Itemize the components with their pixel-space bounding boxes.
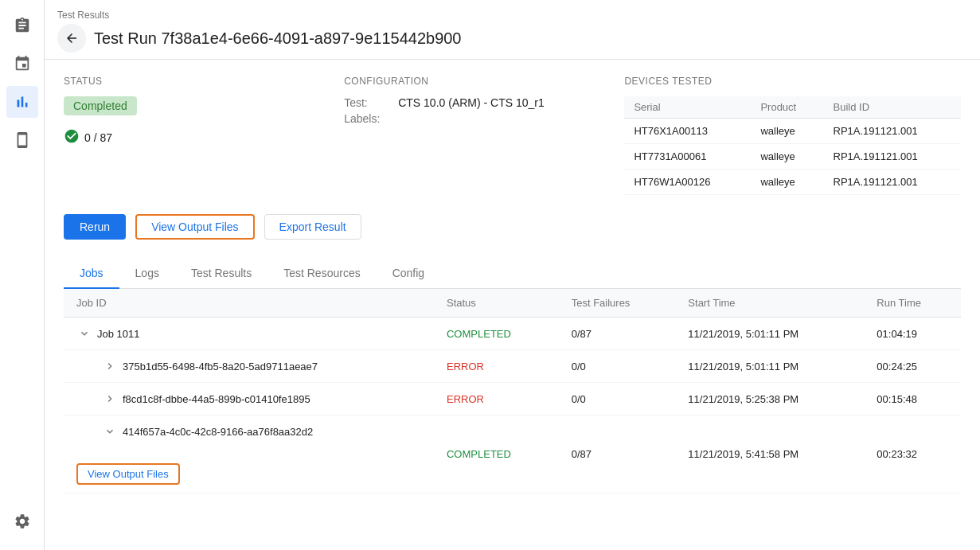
table-row: 414f657a-4c0c-42c8-9166-aa76f8aa32d2 Vie… [64,415,961,493]
inline-view-output-button[interactable]: View Output Files [76,463,180,485]
col-status: Status [434,289,559,318]
devices-table: Serial Product Build ID HT76X1A00113 wal… [624,96,961,195]
device-product: walleye [751,170,823,195]
job-test-failures: 0/87 [559,415,676,493]
table-row: Job 1011 COMPLETED 0/87 11/21/2019, 5:01… [64,318,961,350]
job-test-failures: 0/87 [559,318,676,350]
config-labels-key: Labels: [344,112,392,125]
sidebar-item-devices[interactable] [6,124,38,156]
breadcrumb: Test Results [57,10,961,21]
sidebar [0,0,45,550]
device-product: walleye [751,119,823,144]
config-test-value: CTS 10.0 (ARM) - CTS 10_r1 [398,96,545,109]
col-job-id: Job ID [64,289,434,318]
job-id-text: 375b1d55-6498-4fb5-8a20-5ad9711aeae7 [123,361,318,373]
status-badge: Completed [64,96,137,115]
action-buttons: Rerun View Output Files Export Result [64,214,961,240]
table-row: f8cd1c8f-dbbe-44a5-899b-c01410fe1895 ERR… [64,383,961,415]
devices-table-row: HT76X1A00113 walleye RP1A.191121.001 [624,119,961,144]
back-button[interactable] [57,24,86,53]
job-test-failures: 0/0 [559,350,676,383]
devices-col-serial: Serial [624,96,751,119]
devices-table-row: HT7731A00061 walleye RP1A.191121.001 [624,144,961,170]
device-product: walleye [751,144,823,170]
job-start-time: 11/21/2019, 5:25:38 PM [675,383,864,415]
export-result-button[interactable]: Export Result [264,214,361,240]
job-run-time: 00:24:25 [864,350,961,383]
config-test-key: Test: [344,96,392,109]
job-start-time: 11/21/2019, 5:01:11 PM [675,350,864,383]
job-test-failures: 0/0 [559,383,676,415]
jobs-table-container: Job ID Status Test Failures Start Time R… [64,289,961,493]
expand-button[interactable] [102,423,118,439]
tab-config[interactable]: Config [377,259,440,289]
devices-table-row: HT76W1A00126 walleye RP1A.191121.001 [624,170,961,195]
sidebar-item-analytics[interactable] [6,86,38,118]
job-status: COMPLETED [434,318,559,350]
tab-test-resources[interactable]: Test Resources [267,259,376,289]
tabs: JobsLogsTest ResultsTest ResourcesConfig [64,259,961,289]
job-id-cell: 375b1d55-6498-4fb5-8a20-5ad9711aeae7 [64,350,434,383]
page-title: Test Run 7f38a1e4-6e66-4091-a897-9e11544… [94,29,462,48]
device-build-id: RP1A.191121.001 [824,170,962,195]
sidebar-item-tasks[interactable] [6,10,38,41]
job-id-cell: 414f657a-4c0c-42c8-9166-aa76f8aa32d2 Vie… [64,415,434,493]
check-icon [64,128,80,146]
table-row: 375b1d55-6498-4fb5-8a20-5ad9711aeae7 ERR… [64,350,961,383]
jobs-table: Job ID Status Test Failures Start Time R… [64,289,961,493]
device-build-id: RP1A.191121.001 [824,119,962,144]
job-id-cell: f8cd1c8f-dbbe-44a5-899b-c01410fe1895 [64,383,434,415]
job-id-text: 414f657a-4c0c-42c8-9166-aa76f8aa32d2 [123,426,313,438]
job-status: COMPLETED [434,415,559,493]
tab-logs[interactable]: Logs [119,259,175,289]
col-run-time: Run Time [864,289,961,318]
col-test-failures: Test Failures [559,289,676,318]
info-section: Status Completed 0 / 87 Configuration Te… [64,76,961,195]
tab-test-results[interactable]: Test Results [175,259,267,289]
device-build-id: RP1A.191121.001 [824,144,962,170]
expand-button[interactable] [102,358,118,374]
expand-button[interactable] [102,391,118,407]
devices-label: Devices Tested [624,76,961,87]
job-run-time: 00:23:32 [864,415,961,493]
config-label: Configuration [344,76,624,87]
job-run-time: 01:04:19 [864,318,961,350]
job-start-time: 11/21/2019, 5:41:58 PM [675,415,864,493]
devices-block: Devices Tested Serial Product Build ID H… [624,76,961,195]
job-id-text: f8cd1c8f-dbbe-44a5-899b-c01410fe1895 [123,393,310,405]
header: Test Results Test Run 7f38a1e4-6e66-4091… [45,0,980,60]
sidebar-item-calendar[interactable] [6,48,38,80]
config-block: Configuration Test: CTS 10.0 (ARM) - CTS… [344,76,624,195]
col-start-time: Start Time [675,289,864,318]
tab-jobs[interactable]: Jobs [64,259,119,289]
job-status: ERROR [434,383,559,415]
pass-count-text: 0 / 87 [84,131,112,144]
devices-col-build: Build ID [824,96,962,119]
view-output-files-button[interactable]: View Output Files [135,214,254,240]
status-block: Status Completed 0 / 87 [64,76,344,195]
job-id-text: Job 1011 [97,328,140,340]
status-label: Status [64,76,344,87]
device-serial: HT76W1A00126 [624,170,751,195]
content-area: Status Completed 0 / 87 Configuration Te… [45,60,980,550]
devices-col-product: Product [751,96,823,119]
sidebar-item-settings[interactable] [6,505,38,537]
job-status: ERROR [434,350,559,383]
main-content: Test Results Test Run 7f38a1e4-6e66-4091… [45,0,980,550]
expand-button[interactable] [76,326,92,341]
device-serial: HT7731A00061 [624,144,751,170]
rerun-button[interactable]: Rerun [64,214,126,240]
device-serial: HT76X1A00113 [624,119,751,144]
job-id-cell: Job 1011 [64,318,434,350]
job-run-time: 00:15:48 [864,383,961,415]
job-start-time: 11/21/2019, 5:01:11 PM [675,318,864,350]
